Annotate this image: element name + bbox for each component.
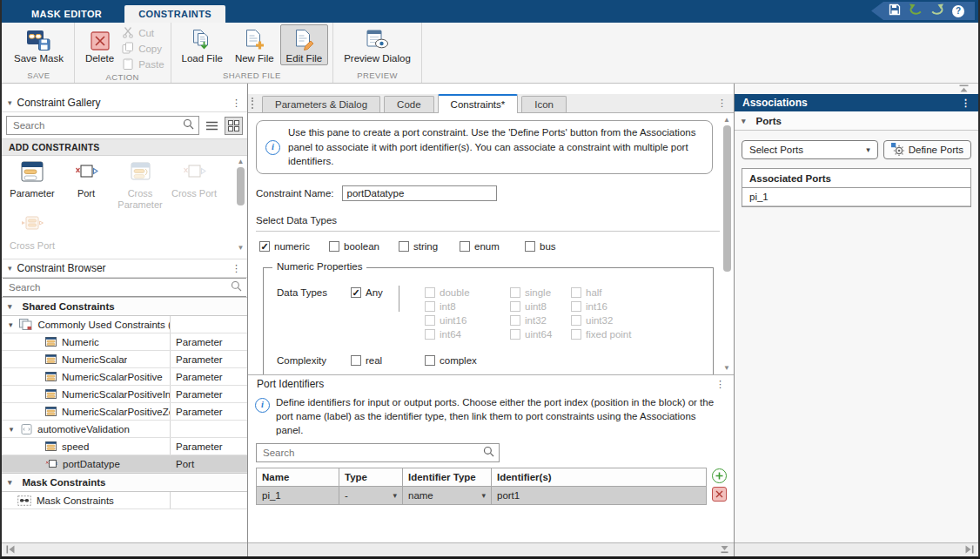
tree-row-mask-constraints[interactable]: Mask Constraints — [2, 492, 247, 509]
tree-row-commonly-used[interactable]: ▾ Commonly Used Constraints (R... — [2, 316, 247, 333]
scroll-down-icon[interactable]: ▼ — [723, 364, 730, 372]
checkbox-bus[interactable]: bus — [525, 241, 556, 252]
scroll-up-icon[interactable]: ▲ — [238, 158, 245, 165]
cell-identifier-type-dropdown[interactable]: name▾ — [403, 487, 492, 505]
scroll-down-icon[interactable]: ▼ — [238, 244, 245, 252]
checkbox-string[interactable]: string — [399, 241, 460, 252]
gallery-menu-icon[interactable]: ⋮ — [232, 98, 241, 109]
tree-row-numericscalarpositivezero[interactable]: NumericScalarPositiveZero Parameter — [2, 403, 247, 421]
select-ports-dropdown[interactable]: Select Ports ▾ — [742, 140, 878, 159]
checkbox-uint32[interactable]: uint32 — [571, 315, 613, 326]
checkbox-boolean[interactable]: boolean — [329, 241, 399, 252]
gallery-item-parameter[interactable]: Parameter — [5, 161, 59, 210]
tree-row-numericscalar[interactable]: NumericScalar Parameter — [2, 351, 247, 368]
browser-menu-icon[interactable]: ⋮ — [232, 263, 241, 274]
collapse-left-icon[interactable] — [6, 544, 15, 556]
checkbox-uint64[interactable]: uint64 — [510, 329, 552, 340]
scroll-thumb[interactable] — [237, 167, 245, 205]
constraint-gallery-header: ▾ Constraint Gallery ⋮ — [2, 94, 247, 112]
checkbox-any[interactable]: Any — [351, 287, 383, 298]
mask-constraints-header[interactable]: ▾ Mask Constraints — [2, 473, 247, 492]
paste-button[interactable]: Paste — [122, 57, 164, 72]
checkbox-int16[interactable]: int16 — [571, 301, 607, 312]
gallery-item-cross-parameter[interactable]: Cross Parameter — [113, 161, 167, 210]
expander-icon[interactable]: ▾ — [5, 425, 17, 434]
gallery-scrollbar[interactable]: ▲ ▼ — [236, 158, 245, 252]
scroll-thumb[interactable] — [723, 125, 731, 272]
associations-menu-icon[interactable]: ⋮ — [961, 98, 970, 109]
checkbox-enum[interactable]: enum — [460, 241, 525, 252]
constraint-name-input[interactable] — [342, 185, 497, 201]
delete-row-button[interactable] — [712, 487, 727, 502]
redo-icon[interactable] — [930, 3, 944, 18]
preview-dialog-button[interactable]: Preview Dialog — [338, 24, 417, 65]
gallery-item-cross-port-2[interactable]: Cross Port — [5, 213, 59, 252]
column-header-identifiers[interactable]: Identifier(s) — [492, 468, 707, 487]
scroll-up-icon[interactable]: ▲ — [723, 116, 730, 124]
associated-port-row[interactable]: pi_1 — [742, 188, 970, 206]
checkbox-single[interactable]: single — [510, 287, 551, 298]
expander-icon[interactable]: ▾ — [5, 320, 16, 329]
undo-icon[interactable] — [909, 3, 923, 18]
checkbox-fixed-point[interactable]: fixed point — [571, 329, 631, 340]
checkbox-numeric[interactable]: numeric — [259, 241, 329, 252]
collapse-section-icon[interactable]: ▾ — [8, 98, 12, 107]
checkbox-uint8[interactable]: uint8 — [510, 301, 547, 312]
gallery-search-input[interactable] — [11, 119, 183, 131]
cell-name[interactable]: pi_1 — [257, 487, 339, 505]
column-header-name[interactable]: Name — [257, 468, 339, 487]
tab-icon[interactable]: Icon — [521, 96, 567, 112]
checkbox-int8[interactable]: int8 — [425, 301, 456, 312]
delete-button[interactable]: Delete — [79, 24, 120, 65]
port-identifiers-menu-icon[interactable]: ⋮ — [715, 379, 725, 390]
load-file-button[interactable]: Load File — [176, 24, 229, 65]
tab-mask-editor[interactable]: MASK EDITOR — [17, 5, 116, 23]
collapse-right-icon[interactable] — [965, 544, 974, 556]
list-view-button[interactable] — [203, 117, 221, 135]
collapse-ribbon-icon[interactable] — [958, 84, 970, 96]
define-ports-button[interactable]: Define Ports — [883, 140, 971, 159]
help-icon[interactable]: ? — [952, 5, 964, 17]
grid-view-button[interactable] — [225, 117, 243, 135]
tree-row-portdatatype[interactable]: portDatatype Port — [2, 455, 247, 473]
tree-row-automotivevalidation[interactable]: ▾ automotiveValidation — [2, 421, 247, 438]
tree-row-numeric[interactable]: Numeric Parameter — [2, 333, 247, 351]
edit-file-button[interactable]: Edit File — [280, 24, 329, 65]
tab-code[interactable]: Code — [384, 96, 434, 112]
center-scrollbar[interactable]: ▲ ▼ — [722, 116, 732, 372]
copy-button[interactable]: Copy — [122, 41, 164, 57]
column-header-identifier-type[interactable]: Identifier Type — [403, 468, 492, 487]
gallery-item-cross-port[interactable]: Cross Port — [167, 161, 221, 210]
collapse-down-icon[interactable] — [720, 544, 729, 556]
tree-row-numericscalarpositive[interactable]: NumericScalarPositive Parameter — [2, 368, 247, 386]
checkbox-complex[interactable]: complex — [425, 355, 477, 366]
panel-grip-icon[interactable] — [252, 98, 256, 109]
checkbox-int64[interactable]: int64 — [425, 329, 461, 340]
tabbar-menu-icon[interactable]: ⋮ — [717, 98, 727, 109]
tab-parameters-dialog[interactable]: Parameters & Dialog — [262, 96, 380, 112]
cell-identifiers[interactable]: port1 — [492, 487, 707, 505]
checkbox-real[interactable]: real — [351, 355, 382, 366]
cut-button[interactable]: Cut — [122, 25, 164, 41]
tab-constraints-context[interactable]: CONSTRAINTS — [124, 5, 225, 23]
checkbox-half[interactable]: half — [571, 287, 602, 298]
checkbox-uint16[interactable]: uint16 — [425, 315, 467, 326]
browser-search-input[interactable] — [7, 281, 231, 293]
new-file-button[interactable]: New File — [229, 24, 280, 65]
shared-constraints-header[interactable]: ▾ Shared Constraints — [2, 297, 247, 316]
port-identifiers-search-input[interactable] — [261, 447, 483, 459]
add-row-button[interactable] — [712, 468, 727, 483]
gallery-item-port[interactable]: Port — [59, 161, 113, 210]
tab-constraints[interactable]: Constraints* — [438, 94, 519, 113]
checkbox-int32[interactable]: int32 — [510, 315, 547, 326]
checkbox-double[interactable]: double — [425, 287, 470, 298]
save-mask-button[interactable]: Save Mask — [8, 24, 70, 65]
table-row[interactable]: pi_1 -▾ name▾ port1 — [257, 487, 707, 505]
save-icon[interactable] — [889, 3, 901, 18]
tree-row-speed[interactable]: speed Parameter — [2, 438, 247, 455]
collapse-section-icon[interactable]: ▾ — [8, 264, 12, 273]
cell-type-dropdown[interactable]: -▾ — [339, 487, 403, 505]
ports-section-header[interactable]: ▾ Ports — [735, 111, 978, 131]
column-header-type[interactable]: Type — [339, 468, 403, 487]
tree-row-numericscalarpositiveinteger[interactable]: NumericScalarPositiveInteger Parameter — [2, 386, 247, 403]
